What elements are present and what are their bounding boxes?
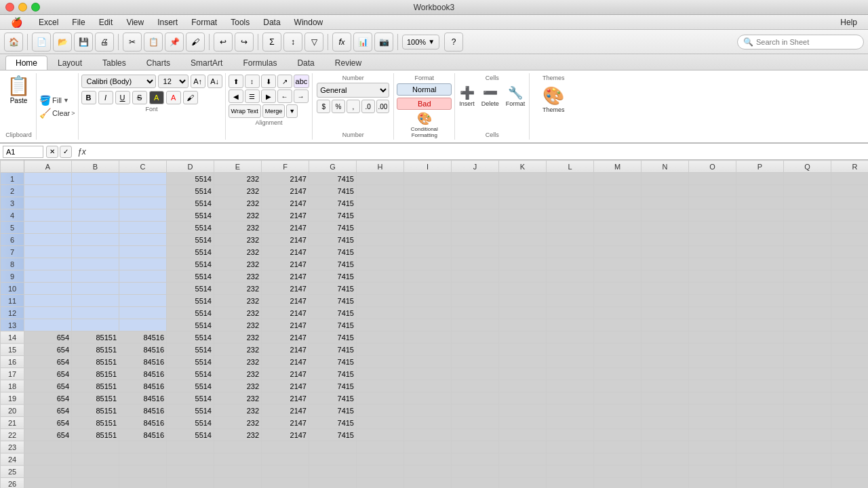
cell-I7[interactable] (404, 246, 452, 258)
bad-style-btn[interactable]: Bad (397, 98, 452, 110)
cell-K19[interactable] (499, 392, 547, 405)
cell-O12[interactable] (689, 307, 736, 319)
cell-J23[interactable] (452, 441, 499, 453)
menu-view[interactable]: View (121, 16, 149, 28)
cell-H11[interactable] (357, 295, 404, 307)
cell-C10[interactable] (119, 283, 167, 295)
cell-L1[interactable] (547, 173, 594, 185)
cell-A7[interactable] (24, 246, 72, 258)
cell-F11[interactable]: 2147 (262, 295, 309, 307)
cell-R12[interactable] (831, 307, 869, 319)
cell-G10[interactable]: 7415 (309, 283, 357, 295)
cell-A22[interactable]: 654 (24, 429, 72, 441)
cell-M10[interactable] (594, 283, 642, 295)
cell-M4[interactable] (594, 209, 642, 222)
menu-format[interactable]: Format (186, 16, 222, 28)
col-header-F[interactable]: F (262, 161, 309, 173)
cell-F26[interactable] (262, 478, 309, 489)
cell-M22[interactable] (594, 429, 642, 441)
cell-D6[interactable]: 5514 (167, 234, 214, 246)
print-btn[interactable]: 🖨 (95, 33, 114, 52)
cell-B8[interactable] (72, 258, 119, 270)
sort-btn[interactable]: ↕ (283, 33, 302, 52)
col-header-C[interactable]: C (119, 161, 167, 173)
cell-P5[interactable] (736, 222, 784, 234)
menu-tools[interactable]: Tools (225, 16, 255, 28)
text-direction-btn[interactable]: ↗ (277, 75, 292, 88)
cell-K14[interactable] (499, 331, 547, 344)
cell-D8[interactable]: 5514 (167, 258, 214, 270)
cell-J4[interactable] (452, 209, 499, 222)
cell-E15[interactable]: 232 (214, 344, 262, 356)
cell-J21[interactable] (452, 417, 499, 429)
cell-A5[interactable] (24, 222, 72, 234)
cell-A12[interactable] (24, 307, 72, 319)
cell-E16[interactable]: 232 (214, 356, 262, 368)
cell-P13[interactable] (736, 319, 784, 331)
wrap-text-btn[interactable]: Wrap Text (229, 104, 261, 118)
cell-P25[interactable] (736, 466, 784, 478)
copy-btn[interactable]: 📋 (144, 33, 163, 52)
cell-F19[interactable]: 2147 (262, 392, 309, 405)
cell-I14[interactable] (404, 331, 452, 344)
cell-N7[interactable] (642, 246, 689, 258)
cell-A4[interactable] (24, 209, 72, 222)
cell-A26[interactable] (24, 478, 72, 489)
cell-D20[interactable]: 5514 (167, 405, 214, 417)
row-header-13[interactable]: 13 (1, 319, 24, 331)
cell-H19[interactable] (357, 392, 404, 405)
cell-Q11[interactable] (784, 295, 831, 307)
cell-P20[interactable] (736, 405, 784, 417)
cell-K22[interactable] (499, 429, 547, 441)
col-header-P[interactable]: P (736, 161, 784, 173)
cell-K21[interactable] (499, 417, 547, 429)
cell-B20[interactable]: 85151 (72, 405, 119, 417)
cell-J8[interactable] (452, 258, 499, 270)
cell-B15[interactable]: 85151 (72, 344, 119, 356)
cell-O21[interactable] (689, 417, 736, 429)
confirm-formula-btn[interactable]: ✓ (60, 146, 72, 158)
cell-J20[interactable] (452, 405, 499, 417)
cell-H26[interactable] (357, 478, 404, 489)
formula-input[interactable] (92, 148, 865, 156)
cell-M13[interactable] (594, 319, 642, 331)
increase-decimal-btn[interactable]: .00 (376, 100, 390, 113)
close-button[interactable] (5, 3, 14, 12)
cell-C17[interactable]: 84516 (119, 368, 167, 380)
cell-G7[interactable]: 7415 (309, 246, 357, 258)
cell-R13[interactable] (831, 319, 869, 331)
cell-R18[interactable] (831, 380, 869, 392)
cell-N13[interactable] (642, 319, 689, 331)
underline-btn[interactable]: U (115, 91, 130, 104)
cell-D7[interactable]: 5514 (167, 246, 214, 258)
row-header-11[interactable]: 11 (1, 295, 24, 307)
menu-window[interactable]: Window (289, 16, 329, 28)
cell-I19[interactable] (404, 392, 452, 405)
cell-C7[interactable] (119, 246, 167, 258)
help-btn[interactable]: ? (444, 33, 463, 52)
cell-I12[interactable] (404, 307, 452, 319)
filter-btn[interactable]: ▽ (304, 33, 323, 52)
cell-L15[interactable] (547, 344, 594, 356)
cell-I1[interactable] (404, 173, 452, 185)
cell-F13[interactable]: 2147 (262, 319, 309, 331)
cell-D16[interactable]: 5514 (167, 356, 214, 368)
cell-B22[interactable]: 85151 (72, 429, 119, 441)
cell-P15[interactable] (736, 344, 784, 356)
col-header-R[interactable]: R (831, 161, 869, 173)
format-cells-btn[interactable]: 🔧 Format (505, 84, 527, 108)
cell-Q10[interactable] (784, 283, 831, 295)
cell-L13[interactable] (547, 319, 594, 331)
cell-I25[interactable] (404, 466, 452, 478)
cell-R15[interactable] (831, 344, 869, 356)
cell-F21[interactable]: 2147 (262, 417, 309, 429)
camera-btn[interactable]: 📷 (374, 33, 393, 52)
number-format-select[interactable]: General Number Currency Date Text (317, 83, 389, 98)
cell-D24[interactable] (167, 453, 214, 466)
row-header-4[interactable]: 4 (1, 209, 24, 222)
cell-E9[interactable]: 232 (214, 270, 262, 283)
cell-L3[interactable] (547, 197, 594, 209)
cell-G23[interactable] (309, 441, 357, 453)
cell-P11[interactable] (736, 295, 784, 307)
cell-C1[interactable] (119, 173, 167, 185)
